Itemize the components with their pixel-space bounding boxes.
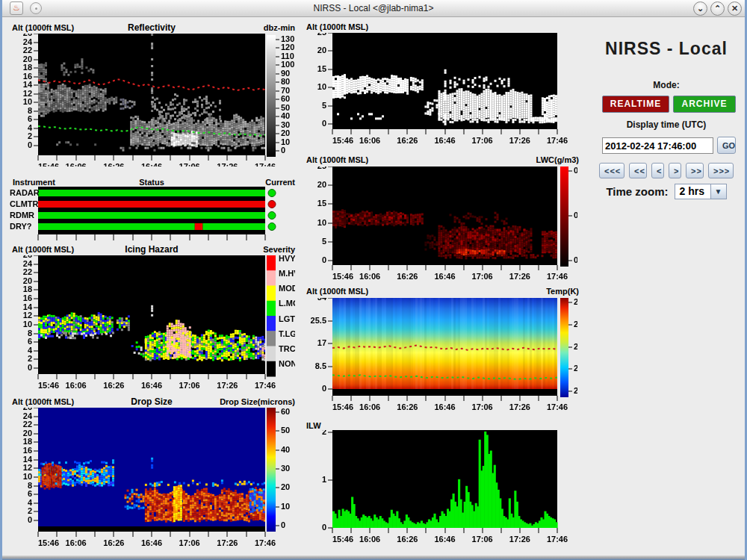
control-sidebar: NIRSS - Local Mode: REALTIME ARCHIVE Dis…: [585, 16, 747, 551]
close-icon[interactable]: ✕: [728, 1, 742, 16]
time-zoom-row: Time zoom: 2 hrs ▼: [585, 184, 747, 199]
ilw-chart-canvas: [303, 430, 577, 544]
lwc-chart-canvas: [303, 167, 577, 282]
display-time-label: Display time (UTC): [585, 119, 747, 130]
dropsize-colorbar-label: Drop Size(microns): [174, 397, 295, 406]
time-zoom-value: 2 hrs: [675, 184, 710, 199]
temp-colorbar-label: Temp(K): [450, 287, 579, 296]
app-title: NIRSS - Local: [585, 39, 747, 59]
maximize-icon[interactable]: ⌃: [710, 1, 725, 16]
step-back-fast-button[interactable]: <<<: [599, 163, 624, 178]
reflectivity-chart-canvas: [8, 34, 295, 167]
lwc-colorbar-label: LWC(g/m3): [450, 155, 579, 164]
chevron-down-icon: ▼: [710, 184, 726, 199]
window-titlebar: ♨ NIRSS - Local <@jlab-nima1> ⌄ ⌃ ✕: [2, 0, 745, 17]
mode-label: Mode:: [585, 80, 747, 90]
status-current-header: Current: [226, 178, 295, 187]
step-back-medium-button[interactable]: <<: [629, 163, 647, 178]
time-zoom-label: Time zoom:: [606, 185, 668, 198]
step-forward-fast-button[interactable]: >>>: [708, 163, 734, 178]
time-zoom-select[interactable]: 2 hrs ▼: [675, 184, 727, 199]
minimize-icon[interactable]: ⌄: [693, 1, 707, 16]
step-forward-medium-button[interactable]: >>: [686, 163, 704, 178]
window-title: NIRSS - Local <@jlab-nima1>: [2, 3, 745, 13]
icing-colorbar-label: Severity: [196, 245, 295, 254]
mask-alt-label: Alt (1000ft MSL): [306, 22, 368, 31]
ilw-label: ILW: [306, 421, 321, 430]
drop-size-chart-canvas: [8, 408, 295, 548]
icing-hazard-chart-canvas: [8, 255, 295, 391]
go-button[interactable]: GO: [717, 137, 736, 154]
time-nav-row: <<< << < > >> >>>: [585, 163, 747, 178]
lwc-alt-label: Alt (1000ft MSL): [306, 155, 368, 164]
instrument-status-canvas: [8, 187, 295, 245]
temperature-chart-canvas: [303, 298, 577, 413]
cloud-mask-chart-canvas: [303, 33, 577, 146]
window-bottom-border: [2, 556, 745, 560]
reflectivity-colorbar-label: dbz-min: [196, 23, 295, 32]
step-forward-button[interactable]: >: [669, 163, 681, 178]
realtime-button[interactable]: REALTIME: [602, 96, 669, 113]
temp-alt-label: Alt (1000ft MSL): [306, 287, 368, 296]
step-back-button[interactable]: <: [651, 163, 664, 178]
archive-button[interactable]: ARCHIVE: [673, 96, 736, 113]
display-time-input[interactable]: [602, 137, 713, 154]
